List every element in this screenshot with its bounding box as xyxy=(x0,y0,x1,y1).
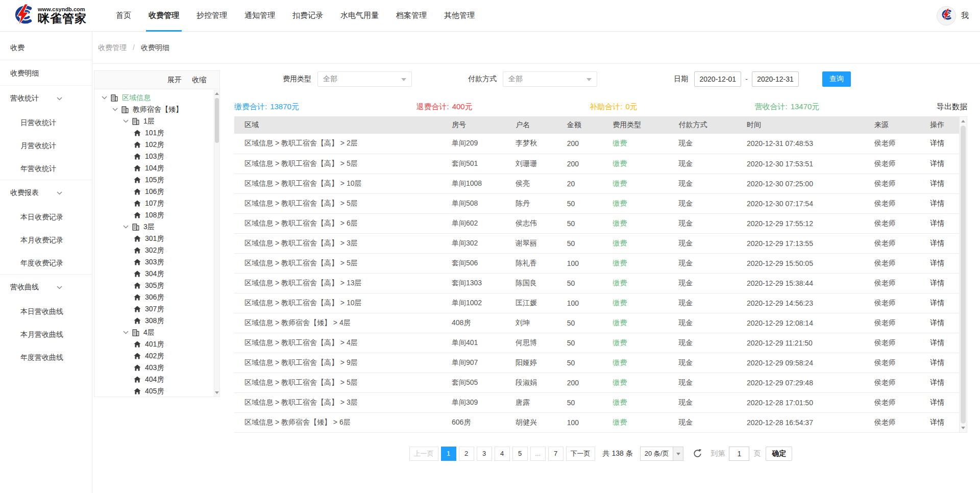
table-scroll-down-icon[interactable] xyxy=(960,424,967,432)
row-detail-link[interactable]: 详情 xyxy=(930,174,959,193)
refresh-icon[interactable] xyxy=(693,449,702,458)
sidebar-item-4[interactable]: 月营收统计 xyxy=(0,134,92,157)
sidebar-item-3[interactable]: 日营收统计 xyxy=(0,111,92,134)
table-scroll-thumb[interactable] xyxy=(961,126,966,424)
tree-node-402房[interactable]: 402房 xyxy=(94,350,219,362)
tree-node-105房[interactable]: 105房 xyxy=(94,174,219,186)
tree-node-404房[interactable]: 404房 xyxy=(94,374,219,385)
row-detail-link[interactable]: 详情 xyxy=(930,353,959,373)
tree-node-307房[interactable]: 307房 xyxy=(94,303,219,315)
row-detail-link[interactable]: 详情 xyxy=(930,412,959,432)
breadcrumb-parent[interactable]: 收费管理 xyxy=(98,43,127,52)
nav-item-5[interactable]: 扣费记录 xyxy=(284,0,332,32)
nav-item-4[interactable]: 通知管理 xyxy=(236,0,284,32)
tree-scroll-thumb[interactable] xyxy=(215,98,219,143)
page-button-3[interactable]: 3 xyxy=(477,447,492,461)
tree-node-教师宿舍【矮】[interactable]: 教师宿舍【矮】 xyxy=(94,104,219,115)
row-detail-link[interactable]: 详情 xyxy=(930,233,959,253)
sidebar-item-9[interactable]: 年度收费记录 xyxy=(0,252,92,275)
row-detail-link[interactable]: 详情 xyxy=(930,154,959,174)
tree-node-101房[interactable]: 101房 xyxy=(94,127,219,139)
next-page-button[interactable]: 下一页 xyxy=(566,447,595,461)
tree-node-302房[interactable]: 302房 xyxy=(94,244,219,256)
row-detail-link[interactable]: 详情 xyxy=(930,273,959,293)
tree-expand-arrow-icon[interactable] xyxy=(123,331,129,334)
page-button-4[interactable]: 4 xyxy=(495,447,510,461)
page-button-5[interactable]: 5 xyxy=(512,447,528,461)
sidebar-group-2[interactable]: 营收统计 xyxy=(0,86,92,111)
page-button-2[interactable]: 2 xyxy=(459,447,474,461)
row-detail-link[interactable]: 详情 xyxy=(930,333,959,353)
tree-scroll-down-icon[interactable] xyxy=(214,389,219,396)
tree-node-308房[interactable]: 308房 xyxy=(94,315,219,327)
row-detail-link[interactable]: 详情 xyxy=(930,392,959,412)
tree-node-306房[interactable]: 306房 xyxy=(94,291,219,303)
tree-node-403房[interactable]: 403房 xyxy=(94,362,219,374)
tree-scroll-up-icon[interactable] xyxy=(214,90,219,97)
table-scrollbar[interactable] xyxy=(959,116,967,433)
sidebar-group-6[interactable]: 收费报表 xyxy=(0,180,92,206)
nav-item-6[interactable]: 水电气用量 xyxy=(332,0,387,32)
page-button-7[interactable]: 7 xyxy=(548,447,564,461)
tree-node-102房[interactable]: 102房 xyxy=(94,139,219,151)
sidebar-item-1[interactable]: 收费明细 xyxy=(0,60,92,86)
tree-expand-button[interactable]: 展开 xyxy=(167,76,182,85)
page-size-select[interactable]: 20 条/页 xyxy=(640,447,684,461)
tree-node-401房[interactable]: 401房 xyxy=(94,338,219,350)
date-start-input[interactable] xyxy=(694,71,741,87)
confirm-button[interactable]: 确定 xyxy=(766,447,792,461)
tree-node-106房[interactable]: 106房 xyxy=(94,186,219,198)
tree-node-108房[interactable]: 108房 xyxy=(94,209,219,221)
row-detail-link[interactable]: 详情 xyxy=(930,193,959,213)
tree-node-107房[interactable]: 107房 xyxy=(94,198,219,209)
sidebar-group-10[interactable]: 营收曲线 xyxy=(0,275,92,300)
tree-node-3层[interactable]: 3层 xyxy=(94,221,219,233)
tree-expand-arrow-icon[interactable] xyxy=(112,108,118,111)
sidebar-item-12[interactable]: 本月营收曲线 xyxy=(0,323,92,346)
sidebar-item-13[interactable]: 年度营收曲线 xyxy=(0,346,92,369)
user-menu[interactable]: 我 xyxy=(961,11,969,20)
tree-node-104房[interactable]: 104房 xyxy=(94,162,219,174)
app-logo[interactable]: www.csyndb.com 咪雀管家 xyxy=(11,4,87,27)
row-detail-link[interactable]: 详情 xyxy=(930,134,959,154)
row-detail-link[interactable]: 详情 xyxy=(930,253,959,273)
tree-expand-arrow-icon[interactable] xyxy=(123,119,129,123)
row-detail-link[interactable]: 详情 xyxy=(930,293,959,313)
sidebar-item-0[interactable]: 收费 xyxy=(0,35,92,60)
tree-node-303房[interactable]: 303房 xyxy=(94,256,219,268)
tree-collapse-button[interactable]: 收缩 xyxy=(192,76,206,85)
nav-item-8[interactable]: 其他管理 xyxy=(435,0,483,32)
tree-node-304房[interactable]: 304房 xyxy=(94,268,219,280)
tree-node-103房[interactable]: 103房 xyxy=(94,151,219,162)
goto-page-input[interactable] xyxy=(729,447,749,461)
tree-node-405房[interactable]: 405房 xyxy=(94,385,219,397)
search-button[interactable]: 查询 xyxy=(822,71,851,87)
tree-node-301房[interactable]: 301房 xyxy=(94,233,219,244)
tree-expand-arrow-icon[interactable] xyxy=(123,225,129,229)
sidebar-item-7[interactable]: 本日收费记录 xyxy=(0,206,92,229)
nav-item-2[interactable]: 收费管理 xyxy=(140,0,188,32)
row-detail-link[interactable]: 详情 xyxy=(930,313,959,333)
nav-item-7[interactable]: 档案管理 xyxy=(387,0,435,32)
date-end-input[interactable] xyxy=(752,71,799,87)
row-detail-link[interactable]: 详情 xyxy=(930,213,959,233)
prev-page-button[interactable]: 上一页 xyxy=(409,447,438,461)
sidebar-item-8[interactable]: 本月收费记录 xyxy=(0,229,92,252)
fee-type-select[interactable]: 全部 xyxy=(317,71,412,87)
row-detail-link[interactable]: 详情 xyxy=(930,373,959,392)
tree-node-区域信息[interactable]: 区域信息 xyxy=(94,92,219,104)
nav-item-3[interactable]: 抄控管理 xyxy=(188,0,236,32)
tree-node-1层[interactable]: 1层 xyxy=(94,115,219,127)
nav-item-1[interactable]: 首页 xyxy=(107,0,140,32)
pay-type-select[interactable]: 全部 xyxy=(503,71,597,87)
tree-scrollbar[interactable] xyxy=(214,90,219,397)
tree-node-4层[interactable]: 4层 xyxy=(94,327,219,338)
table-scroll-up-icon[interactable] xyxy=(960,117,967,125)
page-button-1[interactable]: 1 xyxy=(441,447,456,461)
export-data-button[interactable]: 导出数据 xyxy=(937,102,967,112)
page-button-...[interactable]: ... xyxy=(530,447,546,461)
sidebar-item-11[interactable]: 本日营收曲线 xyxy=(0,300,92,323)
tree-node-305房[interactable]: 305房 xyxy=(94,280,219,291)
tree-expand-arrow-icon[interactable] xyxy=(102,96,107,100)
sidebar-item-5[interactable]: 年营收统计 xyxy=(0,157,92,180)
